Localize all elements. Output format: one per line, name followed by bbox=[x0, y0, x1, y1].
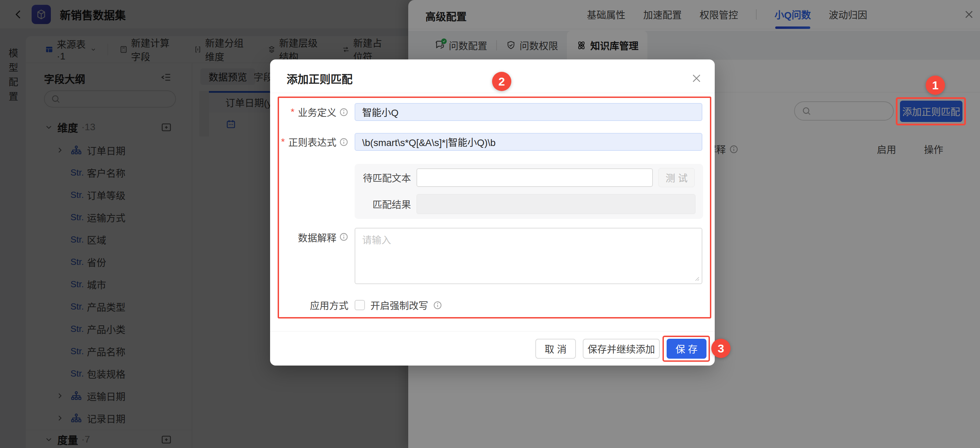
annotation-badge-2: 2 bbox=[492, 72, 511, 91]
modal-close-button[interactable] bbox=[690, 73, 702, 84]
modal-header-divider bbox=[270, 93, 715, 93]
annotation-badge-1: 1 bbox=[926, 76, 945, 95]
modal-footer-divider bbox=[270, 331, 715, 332]
annotation-rect-add-button bbox=[896, 97, 966, 126]
cancel-button[interactable]: 取 消 bbox=[535, 339, 576, 359]
annotation-badge-3: 3 bbox=[711, 339, 730, 358]
screen: 新销售数据集 模型配置 来源表 ·1 新建计算字段 新建分组维度 新建层级结构 bbox=[0, 0, 980, 448]
modal-title: 添加正则匹配 bbox=[286, 70, 353, 86]
annotation-rect-save bbox=[662, 336, 710, 362]
close-icon bbox=[690, 73, 702, 84]
annotation-rect-form bbox=[278, 97, 711, 318]
save-and-continue-button[interactable]: 保存并继续添加 bbox=[583, 339, 660, 359]
